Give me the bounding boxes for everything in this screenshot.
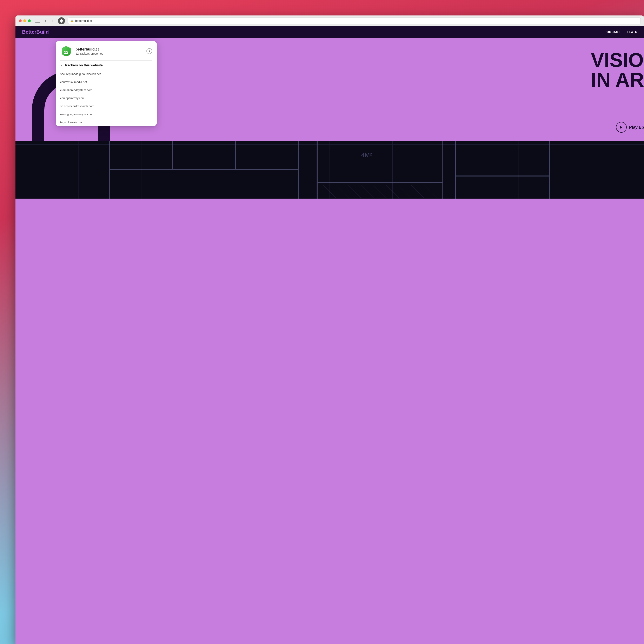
tracker-item-3: cdn.optimizely.com [56,94,157,102]
url-bar[interactable]: 🔒 betterbuild.cc [68,18,223,24]
tracker-popup: 12 betterbuild.cc 12 trackers prevented … [56,41,157,126]
logo-accent: ild [43,29,49,35]
tracker-item-2: c.amazon-adsystem.com [56,86,157,94]
shield-badge-svg: 12 [60,45,72,57]
info-button[interactable]: ℹ [146,48,152,54]
tracker-item-0: securepubads.g.doubleclick.net [56,70,157,78]
blueprint-section: 3700 4M² 3 [15,141,223,199]
url-text: betterbuild.cc [75,19,92,22]
tracker-list-container[interactable]: securepubads.g.doubleclick.net contextua… [56,70,157,126]
tracker-item-5: www.google-analytics.com [56,110,157,118]
tracker-item-6: tags.bluekai.com [56,118,157,126]
svg-text:12: 12 [64,50,68,54]
nav-buttons: ‹ › [43,18,55,24]
title-bar: ‹ › 🔒 betterbuild.cc [15,15,223,26]
shield-button[interactable] [58,17,65,24]
blueprint-svg: 3700 4M² 3 [15,141,223,199]
section-title: Trackers on this website [64,64,103,67]
maximize-button[interactable] [28,19,31,22]
tracker-item-4: sb.scorecardresearch.com [56,102,157,110]
popup-trackers-prevented: 12 trackers prevented [75,52,146,55]
shield-icon [60,19,63,23]
popup-header: 12 betterbuild.cc 12 trackers prevented … [56,41,157,60]
tracker-item-1: contextual.media.net [56,78,157,86]
close-button[interactable] [19,19,22,22]
logo-text: BetterBu [22,29,43,35]
info-icon: ℹ [149,49,150,53]
chevron-icon: ∨ [60,64,62,67]
section-header[interactable]: ∨ Trackers on this website [56,61,157,70]
popup-site-info: betterbuild.cc 12 trackers prevented [75,47,146,55]
forward-button[interactable]: › [50,18,55,24]
sidebar-toggle-button[interactable] [35,19,40,23]
lock-icon: 🔒 [71,19,74,22]
site-header: BetterBuild PODCAST FEATU [15,26,223,38]
tracker-list: securepubads.g.doubleclick.net contextua… [56,70,157,126]
popup-domain: betterbuild.cc [75,47,146,52]
shield-badge: 12 [60,45,72,57]
minimize-button[interactable] [23,19,26,22]
back-button[interactable]: ‹ [43,18,48,24]
page-content: BetterBuild PODCAST FEATU VISIO IN AR [15,26,223,223]
site-logo: BetterBuild [22,29,49,35]
popup-body: ∨ Trackers on this website securepubads.… [56,61,157,126]
browser-window: ‹ › 🔒 betterbuild.cc BetterBuild PODCAST… [15,15,223,223]
traffic-lights [19,19,31,22]
